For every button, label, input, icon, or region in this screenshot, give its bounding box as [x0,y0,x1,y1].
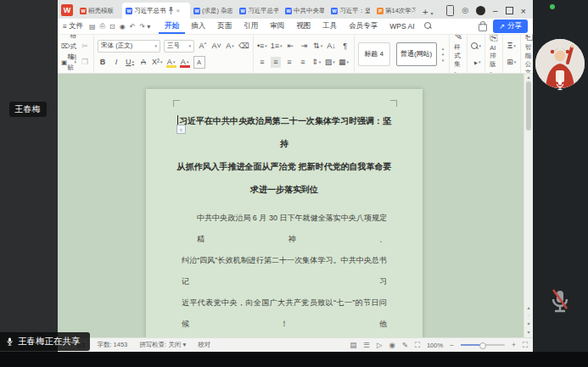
muted-mic-icon[interactable] [547,288,573,317]
style-heading4[interactable]: 标题 4 [358,42,390,66]
char-shading-button[interactable]: A [193,56,205,69]
paragraph-handle-icon[interactable]: ≡ [176,125,186,134]
menu-home[interactable]: 开始 [159,19,185,34]
wps-logo-icon[interactable]: W [61,4,73,16]
menu-reference[interactable]: 引用 [238,19,264,34]
pin-icon[interactable] [168,7,174,14]
fit-page-icon[interactable]: ⛶ [415,341,420,350]
decrease-indent-icon[interactable]: ⇤ [286,41,296,52]
paragraph-mark-icon[interactable]: ¶ [340,41,350,52]
text-effects-icon[interactable]: A▾ [225,41,235,52]
eye-protect-icon[interactable]: ◉ [389,341,395,349]
text-tool-icon[interactable]: 𝚵▾ [507,41,517,52]
word-count[interactable]: 字数: 1453 [97,341,127,349]
tab-document-5[interactable]: W 习近平：坚持从 [328,3,373,19]
edit-mode-icon[interactable]: ✎ [402,341,408,349]
strikethrough-button[interactable]: A [138,57,148,68]
align-right-icon[interactable]: ≡ [284,57,294,68]
vertical-scrollbar[interactable]: ▴ ▴ ◦ ▾ ▾ [524,74,533,337]
lock-icon[interactable] [479,24,487,31]
menu-tools[interactable]: 工具 [316,19,343,34]
next-page-icon[interactable]: ▾ [527,320,529,326]
font-name-select[interactable]: 宋体 (正文)▾ [98,40,160,53]
print-icon[interactable]: ⊡ [109,23,115,31]
menu-review[interactable]: 审阅 [264,19,290,34]
preview-icon[interactable]: ◉ [120,23,126,31]
scrollbar-thumb[interactable] [526,81,531,131]
page-view-icon[interactable]: ▤ [350,341,356,349]
account-avatar-icon[interactable] [476,6,485,15]
read-mode-icon[interactable]: ▷ [377,341,383,349]
tab-close-icon[interactable]: × [176,7,181,14]
document-page[interactable]: ≡ 习近平在中共中央政治局第二十一次集体学习时强调：坚持 从抓作风入手推进全面从… [146,89,423,337]
redo-icon[interactable]: ↷ ▾ [139,23,150,31]
align-justify-icon[interactable]: ≡ [298,57,308,68]
menu-wps-ai[interactable]: WPS AI [384,19,420,34]
batch-tool-icon[interactable]: ⊞▾ [507,57,517,68]
style-normal-web[interactable]: 普通(网站) [396,42,437,66]
new-tab-button[interactable]: + ▾ [423,7,434,17]
menu-insert[interactable]: 插入 [185,19,211,34]
increase-indent-icon[interactable]: ⇥ [300,41,310,52]
shading-icon[interactable]: ▨▾ [325,57,335,68]
zoom-level[interactable]: 100% [427,342,443,349]
select-cursor-icon[interactable]: ▲▾ [471,57,481,68]
font-color-button[interactable]: A▾ [180,57,190,68]
tab-document-6[interactable]: P 第14次学习研讨( [373,3,419,19]
zoom-in-icon[interactable]: + [512,341,516,349]
align-left-icon[interactable]: ≡ [257,57,267,68]
undo-icon[interactable]: ↶ [130,23,136,31]
sharing-notice[interactable]: 王春梅正在共享 [0,332,90,351]
tab-document-4[interactable]: W 中共中央举行纪念 [282,3,328,19]
italic-button[interactable]: I [111,57,121,68]
superscript-button[interactable]: X²▾ [152,57,163,68]
smart-doc-button[interactable]: ⎗ 智能公文 [521,35,533,73]
borders-icon[interactable]: ▦▾ [339,57,349,68]
fullscreen-icon[interactable]: ⛶ [523,341,528,350]
tab-document-2[interactable]: W (求是) 杂志发表 [190,3,236,19]
export-icon[interactable]: ⎙ [100,22,105,31]
menu-file[interactable]: ≡ 文件 [63,21,83,31]
style-set-button[interactable]: ✎ 样式集 ▾ [450,35,468,73]
format-painter-button[interactable]: ⌦ 格式刷 [61,41,76,52]
document-area[interactable]: ≡ 习近平在中共中央政治局第二十一次集体学习时强调：坚持 从抓作风入手推进全面从… [58,74,533,337]
menu-page[interactable]: 页面 [211,19,238,34]
ai-layout-button[interactable]: ⎘ AI 排版 ▾ [485,35,503,73]
maximize-button[interactable] [506,7,513,14]
bold-button[interactable]: B [98,57,108,68]
copy-icon[interactable]: ❐ [80,57,90,68]
numbered-list-icon[interactable]: 1≡▾ [271,41,283,52]
page-nav-icon[interactable]: ◦ [528,313,529,318]
zoom-out-icon[interactable]: − [450,341,454,349]
search-icon[interactable] [424,22,431,31]
save-icon[interactable]: ▤ [89,23,96,31]
share-button[interactable]: ↗ 分享 [493,19,528,33]
spellcheck-status[interactable]: 拼写检查: 关闭 ▾ [139,341,186,349]
tab-docer-template[interactable]: W 稻壳模板 [76,3,122,19]
underline-button[interactable]: U▾ [125,57,135,68]
clear-format-icon[interactable]: ⌫ [238,41,249,52]
find-icon[interactable]: ▾ [471,41,481,52]
mobile-device-icon[interactable] [446,5,454,16]
align-center-icon[interactable]: ≡ [271,57,281,68]
line-spacing-icon[interactable]: ⇕▾ [311,57,322,68]
paste-button[interactable]: ▣ 粘贴▾ [61,57,76,68]
text-direction-icon[interactable]: ⇅▾ [313,41,323,52]
globe-icon[interactable]: ◎ [462,7,468,14]
menu-member[interactable]: 会员专享 [343,19,384,34]
bullet-list-icon[interactable]: •≡▾ [257,41,267,52]
outline-view-icon[interactable]: ☰ [363,341,370,349]
highlight-color-button[interactable]: A▾ [166,57,176,68]
tab-active-document[interactable]: W 习近平总书 × [122,3,190,19]
prev-page-icon[interactable]: ▴ [527,304,529,310]
close-button[interactable]: × [521,6,526,16]
cut-icon[interactable]: ✂ [80,41,90,52]
increase-font-icon[interactable]: Aˆ [198,41,208,52]
proofread-button[interactable]: 校对 [198,341,210,349]
font-size-select[interactable]: 三号▾ [164,40,194,53]
menu-view[interactable]: 视图 [290,19,316,34]
minimize-button[interactable]: – [493,6,498,15]
tab-document-3[interactable]: W 习近平总书记勉励 [236,3,282,19]
scroll-down-icon[interactable]: ▾ [527,329,529,335]
zoom-slider[interactable] [461,344,505,346]
